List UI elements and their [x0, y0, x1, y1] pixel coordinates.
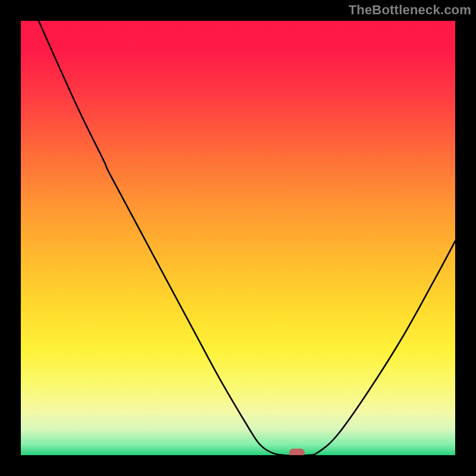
- optimum-marker: [289, 449, 305, 455]
- chart-frame: TheBottleneck.com: [0, 0, 476, 476]
- bottleneck-curve: [21, 21, 455, 455]
- plot-area: [21, 21, 455, 455]
- attribution-label: TheBottleneck.com: [349, 2, 471, 18]
